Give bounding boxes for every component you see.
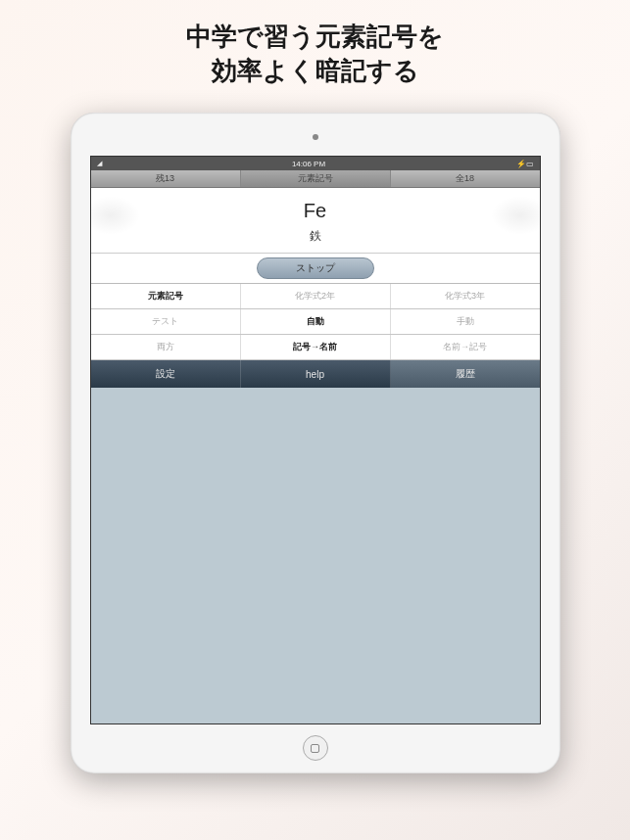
element-name: 鉄 bbox=[310, 228, 321, 245]
status-bar: ◢ 14:06 PM ⚡▭ bbox=[91, 157, 540, 170]
element-symbol: Fe bbox=[304, 200, 326, 222]
option-symbol-to-name[interactable]: 記号→名前 bbox=[241, 335, 391, 359]
remaining-count: 残13 bbox=[91, 170, 241, 187]
option-formula-2nd[interactable]: 化学式2年 bbox=[241, 284, 391, 308]
option-element-symbol[interactable]: 元素記号 bbox=[91, 284, 241, 308]
option-name-to-symbol[interactable]: 名前→記号 bbox=[391, 335, 540, 359]
option-test[interactable]: テスト bbox=[91, 309, 241, 334]
option-manual[interactable]: 手動 bbox=[391, 309, 540, 334]
status-right: ⚡▭ bbox=[516, 160, 534, 168]
home-button-icon bbox=[311, 744, 319, 753]
bottom-history[interactable]: 履歴 bbox=[391, 360, 540, 388]
content-area bbox=[91, 388, 540, 723]
option-row-category: 元素記号 化学式2年 化学式3年 bbox=[91, 284, 540, 309]
status-time: 14:06 PM bbox=[292, 160, 325, 168]
card-area: Fe 鉄 bbox=[91, 188, 540, 253]
option-row-direction: 両方 記号→名前 名前→記号 bbox=[91, 335, 540, 360]
option-row-mode: テスト 自動 手動 bbox=[91, 309, 540, 335]
signal-icon: ◢ bbox=[97, 160, 102, 167]
home-button[interactable] bbox=[303, 735, 328, 761]
bottom-settings[interactable]: 設定 bbox=[91, 360, 241, 388]
action-row: ストップ bbox=[91, 253, 540, 284]
promo-line2: 効率よく暗記する bbox=[186, 54, 444, 88]
top-title: 元素記号 bbox=[241, 170, 391, 187]
screen: ◢ 14:06 PM ⚡▭ 残13 元素記号 全18 Fe 鉄 ストップ 元素記… bbox=[90, 156, 541, 724]
status-left: ◢ bbox=[97, 160, 102, 167]
promo-line1: 中学で習う元素記号を bbox=[186, 20, 444, 54]
bottom-bar: 設定 help 履歴 bbox=[91, 360, 540, 388]
option-formula-3rd[interactable]: 化学式3年 bbox=[391, 284, 540, 308]
option-both[interactable]: 両方 bbox=[91, 335, 241, 359]
camera-icon bbox=[313, 134, 318, 140]
ipad-frame: ◢ 14:06 PM ⚡▭ 残13 元素記号 全18 Fe 鉄 ストップ 元素記… bbox=[71, 113, 560, 773]
top-info-bar: 残13 元素記号 全18 bbox=[91, 170, 540, 188]
stop-button[interactable]: ストップ bbox=[257, 257, 374, 279]
option-auto[interactable]: 自動 bbox=[241, 309, 391, 334]
total-count: 全18 bbox=[391, 170, 540, 187]
battery-icon: ⚡▭ bbox=[516, 160, 534, 168]
bottom-help[interactable]: help bbox=[241, 360, 391, 388]
promo-title: 中学で習う元素記号を 効率よく暗記する bbox=[186, 0, 444, 113]
